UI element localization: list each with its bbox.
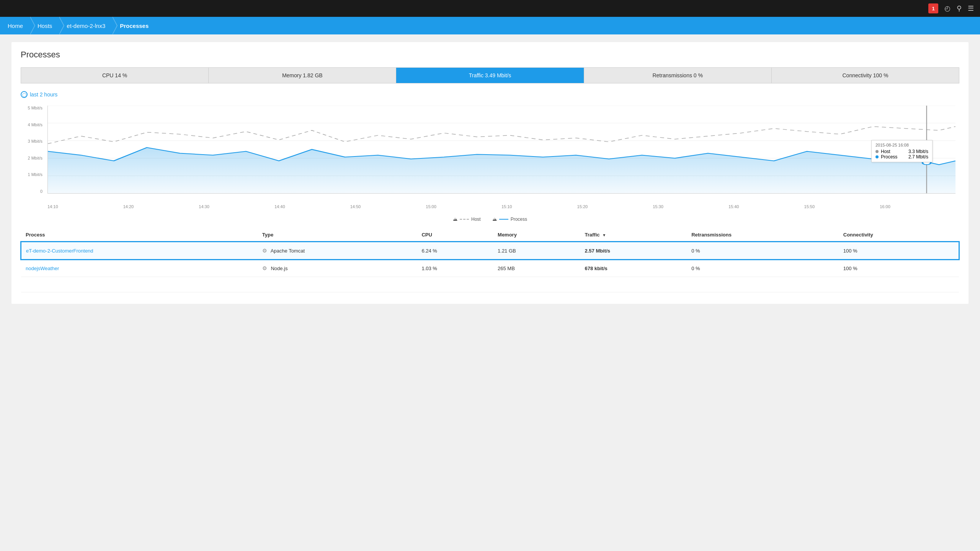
row2-traffic: 678 kbit/s bbox=[580, 259, 687, 277]
row1-process: eT-demo-2-CustomerFrontend bbox=[21, 242, 258, 259]
y-label-0: 0 bbox=[40, 189, 42, 194]
row2-process-link[interactable]: nodejsWeather bbox=[26, 266, 59, 271]
y-label-2: 2 Mbit/s bbox=[28, 156, 42, 160]
row2-retransmissions: 0 % bbox=[687, 259, 839, 277]
x-label-3: 14:40 bbox=[274, 204, 285, 209]
x-label-4: 14:50 bbox=[350, 204, 361, 209]
sort-arrow-traffic: ▼ bbox=[602, 233, 606, 237]
time-label: last 2 hours bbox=[30, 91, 57, 98]
x-label-1: 14:20 bbox=[123, 204, 134, 209]
row1-process-link[interactable]: eT-demo-2-CustomerFrontend bbox=[26, 248, 93, 254]
breadcrumb: Home Hosts et-demo-2-lnx3 Processes bbox=[0, 17, 980, 34]
y-label-5: 5 Mbit/s bbox=[28, 106, 42, 110]
row1-type-label: Apache Tomcat bbox=[271, 248, 305, 254]
main-container: Processes CPU 14 % Memory 1.82 GB Traffi… bbox=[0, 34, 980, 551]
legend-process-icon: ⛰ bbox=[492, 217, 497, 222]
row2-connectivity: 100 % bbox=[839, 259, 959, 277]
tooltip-process-label: Process bbox=[881, 154, 897, 160]
row1-retransmissions: 0 % bbox=[687, 242, 839, 259]
tooltip-host-row: Host 3.3 Mbit/s bbox=[875, 149, 928, 154]
x-label-0: 14:10 bbox=[47, 204, 58, 209]
col-memory[interactable]: Memory bbox=[493, 228, 580, 242]
row1-memory: 1.21 GB bbox=[493, 242, 580, 259]
process-table: Process Type CPU Memory Traffic ▼ Retran… bbox=[21, 228, 959, 292]
tooltip-timestamp: 2015-08-25 16:08 bbox=[875, 143, 928, 147]
col-cpu[interactable]: CPU bbox=[417, 228, 493, 242]
menu-icon[interactable]: ☰ bbox=[968, 4, 974, 13]
y-label-1: 1 Mbit/s bbox=[28, 172, 42, 177]
tooltip-host-value: 3.3 Mbit/s bbox=[908, 149, 928, 154]
tab-traffic[interactable]: Traffic 3.49 Mbit/s bbox=[396, 68, 584, 83]
tab-connectivity[interactable]: Connectivity 100 % bbox=[772, 68, 959, 83]
x-axis-labels: 14:10 14:20 14:30 14:40 14:50 15:00 15:1… bbox=[47, 204, 956, 209]
chart-legend: ⛰ Host ⛰ Process bbox=[21, 217, 959, 222]
x-label-10: 15:50 bbox=[804, 204, 815, 209]
x-label-11: 16:00 bbox=[880, 204, 890, 209]
y-label-3: 3 Mbit/s bbox=[28, 139, 42, 143]
row2-memory: 265 MB bbox=[493, 259, 580, 277]
row2-type-icon: ⚙ bbox=[262, 265, 267, 271]
tooltip-process-row: Process 2.7 Mbit/s bbox=[875, 154, 928, 160]
legend-process-label: Process bbox=[511, 217, 527, 222]
chart-svg-area: 2015-08-25 16:08 Host 3.3 Mbit/s Process… bbox=[47, 106, 956, 194]
tab-memory[interactable]: Memory 1.82 GB bbox=[209, 68, 396, 83]
row2-cpu: 1.03 % bbox=[417, 259, 493, 277]
x-label-5: 15:00 bbox=[426, 204, 436, 209]
empty-row-cell bbox=[21, 277, 959, 292]
breadcrumb-processes[interactable]: Processes bbox=[112, 17, 155, 34]
search-icon[interactable]: ⚲ bbox=[957, 4, 962, 13]
x-label-2: 14:30 bbox=[199, 204, 209, 209]
legend-host-icon: ⛰ bbox=[453, 217, 457, 222]
col-traffic[interactable]: Traffic ▼ bbox=[580, 228, 687, 242]
x-label-7: 15:20 bbox=[577, 204, 588, 209]
chart-container: 0 1 Mbit/s 2 Mbit/s 3 Mbit/s 4 Mbit/s 5 … bbox=[21, 102, 959, 213]
table-header-row: Process Type CPU Memory Traffic ▼ Retran… bbox=[21, 228, 959, 242]
tab-retransmissions[interactable]: Retransmissions 0 % bbox=[584, 68, 772, 83]
col-retransmissions[interactable]: Retransmissions bbox=[687, 228, 839, 242]
metric-tabs: CPU 14 % Memory 1.82 GB Traffic 3.49 Mbi… bbox=[21, 67, 959, 83]
legend-process-line bbox=[499, 219, 508, 220]
time-selector[interactable]: ◯ last 2 hours bbox=[21, 91, 959, 98]
breadcrumb-home[interactable]: Home bbox=[0, 17, 30, 34]
chat-icon[interactable]: ◴ bbox=[944, 4, 951, 13]
row2-type: ⚙ Node.js bbox=[258, 259, 417, 277]
legend-host-line bbox=[460, 219, 469, 220]
tab-cpu[interactable]: CPU 14 % bbox=[21, 68, 209, 83]
y-label-4: 4 Mbit/s bbox=[28, 122, 42, 127]
page-title: Processes bbox=[21, 50, 959, 60]
clock-icon: ◯ bbox=[21, 91, 28, 98]
x-label-8: 15:30 bbox=[653, 204, 663, 209]
notification-badge[interactable]: 1 bbox=[928, 3, 938, 13]
row1-connectivity: 100 % bbox=[839, 242, 959, 259]
table-row[interactable]: nodejsWeather ⚙ Node.js 1.03 % 265 MB 67… bbox=[21, 259, 959, 277]
legend-host-label: Host bbox=[471, 217, 481, 222]
tooltip-process-value: 2.7 Mbit/s bbox=[908, 154, 928, 160]
col-type[interactable]: Type bbox=[258, 228, 417, 242]
tooltip-host-label: Host bbox=[881, 149, 890, 154]
legend-host: ⛰ Host bbox=[453, 217, 481, 222]
row2-process: nodejsWeather bbox=[21, 259, 258, 277]
legend-process: ⛰ Process bbox=[492, 217, 527, 222]
row1-type-icon: ⚙ bbox=[262, 248, 267, 254]
y-axis-labels: 0 1 Mbit/s 2 Mbit/s 3 Mbit/s 4 Mbit/s 5 … bbox=[21, 106, 46, 194]
tooltip-process-dot bbox=[875, 155, 879, 158]
x-label-9: 15:40 bbox=[728, 204, 739, 209]
col-connectivity[interactable]: Connectivity bbox=[839, 228, 959, 242]
table-row-empty bbox=[21, 277, 959, 292]
chart-tooltip: 2015-08-25 16:08 Host 3.3 Mbit/s Process… bbox=[871, 140, 933, 162]
row1-type: ⚙ Apache Tomcat bbox=[258, 242, 417, 259]
col-process[interactable]: Process bbox=[21, 228, 258, 242]
row1-traffic: 2.57 Mbit/s bbox=[580, 242, 687, 259]
row1-cpu: 6.24 % bbox=[417, 242, 493, 259]
row2-type-label: Node.js bbox=[271, 266, 287, 271]
svg-marker-5 bbox=[48, 148, 956, 193]
breadcrumb-host[interactable]: et-demo-2-lnx3 bbox=[59, 17, 112, 34]
navbar: 1 ◴ ⚲ ☰ bbox=[0, 0, 980, 17]
table-row[interactable]: eT-demo-2-CustomerFrontend ⚙ Apache Tomc… bbox=[21, 242, 959, 259]
tooltip-host-dot bbox=[875, 150, 879, 153]
x-label-6: 15:10 bbox=[501, 204, 512, 209]
processes-card: Processes CPU 14 % Memory 1.82 GB Traffi… bbox=[11, 42, 969, 304]
